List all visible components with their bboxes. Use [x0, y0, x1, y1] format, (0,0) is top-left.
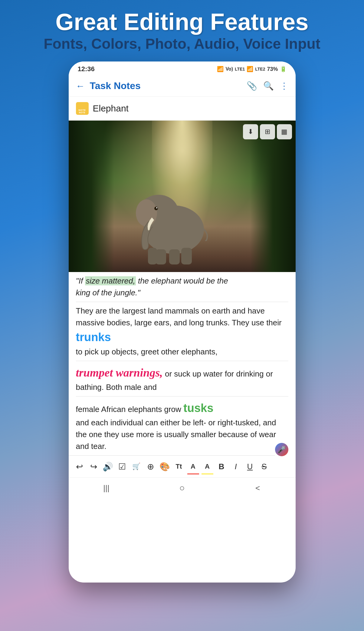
word-trumpet-warnings: trumpet warnings,	[76, 366, 163, 379]
para1-text: They are the largest land mammals on ear…	[76, 306, 282, 327]
note-type-icon: NOTE	[76, 102, 89, 115]
wifi-icon: 📶	[217, 66, 224, 72]
battery-text: 73%	[267, 66, 278, 72]
svg-rect-8	[148, 248, 157, 264]
app-bar-actions: 📎 🔍 ⋮	[247, 81, 288, 91]
undo-button[interactable]: ↩	[74, 460, 85, 473]
para3-start: female African elephants grow	[76, 405, 184, 414]
bold-button[interactable]: B	[216, 460, 228, 473]
nav-bar: ||| ○ <	[69, 477, 296, 501]
audio-button[interactable]: 🔊	[102, 460, 114, 473]
app-bar: ← Task Notes 📎 🔍 ⋮	[69, 75, 296, 97]
lte2-icon: LTE2	[255, 67, 265, 71]
italic-button[interactable]: I	[230, 460, 242, 473]
status-icons: 📶 Vo) LTE1 📶 LTE2 73% 🔋	[217, 66, 286, 72]
back-button[interactable]: ←	[76, 81, 85, 91]
more-options-icon[interactable]: ⋮	[280, 81, 288, 91]
highlighted-text: size mattered,	[85, 276, 136, 285]
content-area: "If size mattered, the elephant would be…	[69, 272, 296, 455]
quote-line: "If size mattered, the elephant would be…	[76, 272, 288, 302]
svg-rect-6	[169, 249, 180, 264]
search-icon[interactable]: 🔍	[263, 81, 274, 91]
image-move-button[interactable]: ⊞	[260, 124, 275, 139]
header-section: Great Editing Features Fonts, Colors, Ph…	[0, 0, 364, 55]
paragraph-3: female African elephants grow tusks and …	[76, 397, 288, 455]
redo-button[interactable]: ↪	[88, 460, 100, 473]
svg-rect-7	[181, 248, 192, 264]
svg-rect-5	[156, 249, 166, 264]
paragraph-1: They are the largest land mammals on ear…	[76, 302, 288, 361]
phone-notch	[149, 61, 215, 73]
font-color-button[interactable]: A	[187, 460, 199, 473]
checklist-button[interactable]: 🛒	[130, 460, 142, 473]
quote-text-2: king of the jungle."	[76, 288, 140, 297]
word-tusks: tusks	[183, 402, 213, 414]
svg-point-3	[154, 207, 158, 210]
image-overlay-buttons: ⬇ ⊞ ▦	[243, 124, 292, 139]
para3-cont: and each individual can either be left- …	[76, 418, 276, 451]
svg-point-2	[136, 199, 157, 227]
menu-button[interactable]: |||	[99, 483, 114, 493]
app-title: Task Notes	[90, 80, 242, 91]
add-circle-button[interactable]: ⊕	[145, 460, 156, 473]
header-title: Great Editing Features	[6, 9, 358, 35]
image-grid-button[interactable]: ▦	[277, 124, 292, 139]
font-size-button[interactable]: Tt	[173, 460, 185, 473]
header-subtitle: Fonts, Colors, Photo, Audio, Voice Input	[6, 35, 358, 53]
image-download-button[interactable]: ⬇	[243, 124, 258, 139]
signal2-icon: 📶	[247, 66, 253, 72]
trees-right	[250, 121, 296, 272]
elephant-image: ⬇ ⊞ ▦	[69, 121, 296, 272]
underline-button[interactable]: U	[244, 460, 256, 473]
para1-cont: to pick up objects, greet other elephant…	[76, 347, 218, 356]
highlight-button[interactable]: A	[202, 460, 213, 473]
note-title: Elephant	[93, 103, 129, 114]
trees-left	[69, 121, 114, 272]
elephant-figure	[131, 169, 216, 266]
attach-icon[interactable]: 📎	[247, 81, 257, 91]
paragraph-2: trumpet warnings, or suck up water for d…	[76, 361, 288, 397]
signal-icon: Vo)	[225, 66, 233, 72]
word-trunks: trunks	[76, 331, 111, 344]
quote-text: "If size mattered, the elephant would be…	[76, 276, 228, 285]
note-title-row: NOTE Elephant	[69, 97, 296, 121]
lte-icon: LTE1	[235, 67, 245, 71]
status-time: 12:36	[78, 65, 95, 73]
editing-toolbar: ↩ ↪ 🔊 ☑ 🛒 ⊕ 🎨 Tt A A B I U S	[69, 455, 275, 477]
strikethrough-button[interactable]: S	[258, 460, 270, 473]
phone-frame: 12:36 📶 Vo) LTE1 📶 LTE2 73% 🔋 ← Task Not…	[69, 61, 296, 583]
battery-icon: 🔋	[280, 66, 287, 72]
svg-point-4	[156, 207, 157, 208]
palette-button[interactable]: 🎨	[159, 460, 171, 473]
back-nav-button[interactable]: <	[250, 483, 265, 493]
checkbox-button[interactable]: ☑	[116, 460, 128, 473]
home-button[interactable]: ○	[175, 483, 190, 493]
voice-input-button[interactable]: 🎤	[275, 443, 288, 456]
